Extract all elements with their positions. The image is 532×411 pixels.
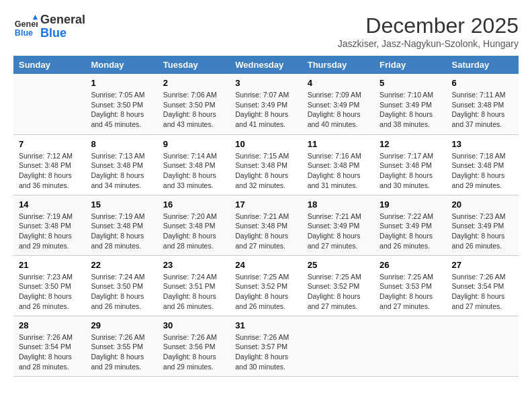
- day-cell: 25Sunrise: 7:25 AMSunset: 3:52 PMDayligh…: [302, 255, 374, 316]
- column-header-friday: Friday: [374, 56, 446, 74]
- day-cell: 9Sunrise: 7:14 AMSunset: 3:48 PMDaylight…: [158, 134, 230, 195]
- day-info: Sunrise: 7:24 AMSunset: 3:51 PMDaylight:…: [163, 272, 224, 312]
- day-info: Sunrise: 7:26 AMSunset: 3:57 PMDaylight:…: [235, 332, 296, 372]
- day-number: 17: [235, 199, 296, 210]
- day-info: Sunrise: 7:25 AMSunset: 3:52 PMDaylight:…: [308, 272, 369, 312]
- day-number: 10: [235, 139, 296, 149]
- day-cell: 8Sunrise: 7:13 AMSunset: 3:48 PMDaylight…: [85, 134, 157, 195]
- day-number: 11: [308, 139, 369, 149]
- day-number: 25: [308, 260, 369, 270]
- page-header: General Blue General Blue December 2025 …: [13, 13, 519, 49]
- day-number: 8: [91, 139, 152, 149]
- calendar-body: 1Sunrise: 7:05 AMSunset: 3:50 PMDaylight…: [13, 74, 519, 376]
- day-cell: 17Sunrise: 7:21 AMSunset: 3:48 PMDayligh…: [230, 195, 302, 255]
- day-number: 5: [380, 78, 441, 88]
- day-number: 2: [163, 78, 224, 88]
- month-title: December 2025: [338, 13, 519, 38]
- calendar-table: SundayMondayTuesdayWednesdayThursdayFrid…: [13, 56, 519, 377]
- week-row-2: 7Sunrise: 7:12 AMSunset: 3:48 PMDaylight…: [13, 134, 519, 195]
- day-number: 15: [91, 199, 152, 210]
- day-cell: 27Sunrise: 7:26 AMSunset: 3:54 PMDayligh…: [447, 255, 519, 316]
- day-info: Sunrise: 7:20 AMSunset: 3:48 PMDaylight:…: [163, 212, 224, 251]
- day-cell: 21Sunrise: 7:23 AMSunset: 3:50 PMDayligh…: [13, 255, 85, 316]
- day-number: 16: [163, 199, 224, 210]
- day-info: Sunrise: 7:26 AMSunset: 3:54 PMDaylight:…: [19, 332, 80, 372]
- day-info: Sunrise: 7:07 AMSunset: 3:49 PMDaylight:…: [235, 90, 296, 130]
- day-cell: 6Sunrise: 7:11 AMSunset: 3:48 PMDaylight…: [447, 74, 519, 134]
- day-cell: 4Sunrise: 7:09 AMSunset: 3:49 PMDaylight…: [302, 74, 374, 134]
- day-info: Sunrise: 7:19 AMSunset: 3:48 PMDaylight:…: [19, 212, 80, 251]
- day-info: Sunrise: 7:21 AMSunset: 3:49 PMDaylight:…: [308, 212, 369, 251]
- day-info: Sunrise: 7:26 AMSunset: 3:55 PMDaylight:…: [91, 332, 152, 372]
- day-info: Sunrise: 7:25 AMSunset: 3:53 PMDaylight:…: [380, 272, 441, 312]
- day-info: Sunrise: 7:24 AMSunset: 3:50 PMDaylight:…: [91, 272, 152, 312]
- day-info: Sunrise: 7:21 AMSunset: 3:48 PMDaylight:…: [235, 212, 296, 251]
- day-cell: [447, 316, 519, 376]
- day-cell: 20Sunrise: 7:23 AMSunset: 3:49 PMDayligh…: [447, 195, 519, 255]
- day-info: Sunrise: 7:13 AMSunset: 3:48 PMDaylight:…: [91, 151, 152, 191]
- day-number: 26: [380, 260, 441, 270]
- logo-text: General Blue: [40, 13, 85, 40]
- day-cell: 3Sunrise: 7:07 AMSunset: 3:49 PMDaylight…: [230, 74, 302, 134]
- day-info: Sunrise: 7:17 AMSunset: 3:48 PMDaylight:…: [380, 151, 441, 191]
- day-cell: [374, 316, 446, 376]
- column-header-saturday: Saturday: [447, 56, 519, 74]
- day-info: Sunrise: 7:26 AMSunset: 3:56 PMDaylight:…: [163, 332, 224, 372]
- day-cell: 12Sunrise: 7:17 AMSunset: 3:48 PMDayligh…: [374, 134, 446, 195]
- day-info: Sunrise: 7:11 AMSunset: 3:48 PMDaylight:…: [452, 90, 513, 130]
- day-cell: 16Sunrise: 7:20 AMSunset: 3:48 PMDayligh…: [158, 195, 230, 255]
- day-cell: [302, 316, 374, 376]
- column-header-thursday: Thursday: [302, 56, 374, 74]
- day-cell: 18Sunrise: 7:21 AMSunset: 3:49 PMDayligh…: [302, 195, 374, 255]
- week-row-3: 14Sunrise: 7:19 AMSunset: 3:48 PMDayligh…: [13, 195, 519, 255]
- day-cell: 26Sunrise: 7:25 AMSunset: 3:53 PMDayligh…: [374, 255, 446, 316]
- day-number: 29: [91, 320, 152, 330]
- day-info: Sunrise: 7:19 AMSunset: 3:48 PMDaylight:…: [91, 212, 152, 251]
- day-info: Sunrise: 7:10 AMSunset: 3:49 PMDaylight:…: [380, 90, 441, 130]
- day-number: 28: [19, 320, 80, 330]
- day-cell: 2Sunrise: 7:06 AMSunset: 3:50 PMDaylight…: [158, 74, 230, 134]
- day-number: 14: [19, 199, 80, 210]
- day-number: 21: [19, 260, 80, 270]
- day-cell: 15Sunrise: 7:19 AMSunset: 3:48 PMDayligh…: [85, 195, 157, 255]
- day-number: 24: [235, 260, 296, 270]
- day-info: Sunrise: 7:26 AMSunset: 3:54 PMDaylight:…: [452, 272, 513, 312]
- day-cell: 31Sunrise: 7:26 AMSunset: 3:57 PMDayligh…: [230, 316, 302, 376]
- day-number: 19: [380, 199, 441, 210]
- calendar-header-row: SundayMondayTuesdayWednesdayThursdayFrid…: [13, 56, 519, 74]
- day-number: 1: [91, 78, 152, 88]
- day-number: 18: [308, 199, 369, 210]
- day-number: 31: [235, 320, 296, 330]
- day-cell: 22Sunrise: 7:24 AMSunset: 3:50 PMDayligh…: [85, 255, 157, 316]
- logo: General Blue General Blue: [13, 13, 85, 40]
- svg-marker-2: [33, 15, 38, 19]
- day-info: Sunrise: 7:23 AMSunset: 3:50 PMDaylight:…: [19, 272, 80, 312]
- day-info: Sunrise: 7:15 AMSunset: 3:48 PMDaylight:…: [235, 151, 296, 191]
- column-header-monday: Monday: [85, 56, 157, 74]
- week-row-1: 1Sunrise: 7:05 AMSunset: 3:50 PMDaylight…: [13, 74, 519, 134]
- logo-icon: General Blue: [13, 15, 38, 39]
- day-info: Sunrise: 7:23 AMSunset: 3:49 PMDaylight:…: [452, 212, 513, 251]
- day-cell: 30Sunrise: 7:26 AMSunset: 3:56 PMDayligh…: [158, 316, 230, 376]
- day-number: 7: [19, 139, 80, 149]
- day-cell: 13Sunrise: 7:18 AMSunset: 3:48 PMDayligh…: [447, 134, 519, 195]
- day-cell: 19Sunrise: 7:22 AMSunset: 3:49 PMDayligh…: [374, 195, 446, 255]
- day-number: 23: [163, 260, 224, 270]
- column-header-tuesday: Tuesday: [158, 56, 230, 74]
- day-number: 20: [452, 199, 513, 210]
- column-header-wednesday: Wednesday: [230, 56, 302, 74]
- day-cell: 1Sunrise: 7:05 AMSunset: 3:50 PMDaylight…: [85, 74, 157, 134]
- location-subtitle: Jaszkiser, Jasz-Nagykun-Szolonk, Hungary: [338, 38, 519, 49]
- day-cell: 10Sunrise: 7:15 AMSunset: 3:48 PMDayligh…: [230, 134, 302, 195]
- day-number: 9: [163, 139, 224, 149]
- title-block: December 2025 Jaszkiser, Jasz-Nagykun-Sz…: [338, 13, 519, 49]
- day-cell: [13, 74, 85, 134]
- day-number: 22: [91, 260, 152, 270]
- day-info: Sunrise: 7:09 AMSunset: 3:49 PMDaylight:…: [308, 90, 369, 130]
- svg-text:Blue: Blue: [15, 28, 33, 37]
- day-cell: 24Sunrise: 7:25 AMSunset: 3:52 PMDayligh…: [230, 255, 302, 316]
- day-number: 3: [235, 78, 296, 88]
- day-number: 30: [163, 320, 224, 330]
- day-info: Sunrise: 7:06 AMSunset: 3:50 PMDaylight:…: [163, 90, 224, 130]
- day-info: Sunrise: 7:22 AMSunset: 3:49 PMDaylight:…: [380, 212, 441, 251]
